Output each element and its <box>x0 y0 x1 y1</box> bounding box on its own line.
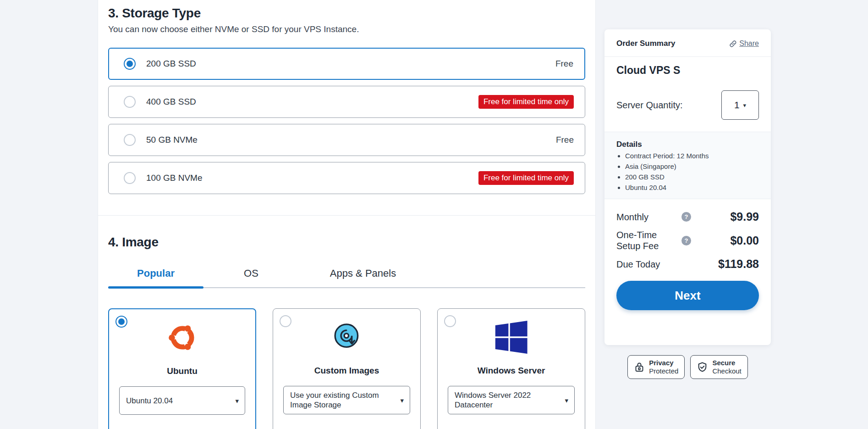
section-divider <box>98 215 595 216</box>
ubuntu-logo-icon <box>109 321 255 355</box>
quantity-label: Server Quantity: <box>616 100 683 111</box>
order-summary-card: Order Summary Share Cloud VPS S Server Q… <box>604 29 771 345</box>
price-row-due-today: Due Today $119.88 <box>616 257 759 271</box>
price-label: One-Time Setup Fee <box>616 229 670 251</box>
custom-image-dropdown[interactable]: Use your existing Custom Image Storage ▾ <box>283 386 410 414</box>
trust-badge-line1: Secure <box>712 359 735 367</box>
storage-option-400gb-ssd[interactable]: 400 GB SSD Free for limited time only <box>108 86 585 118</box>
dropdown-value: Ubuntu 20.04 <box>126 396 173 406</box>
limited-time-badge: Free for limited time only <box>478 95 574 109</box>
server-quantity-select[interactable]: 1 ▾ <box>721 90 759 120</box>
order-summary-title: Order Summary <box>616 39 676 48</box>
price-label: Due Today <box>616 259 670 270</box>
image-card-title: Custom Images <box>273 366 420 376</box>
chevron-down-icon: ▾ <box>743 102 747 109</box>
storage-option-price: Free <box>555 59 573 69</box>
image-section-heading: 4. Image <box>108 234 585 251</box>
quantity-value: 1 <box>734 100 740 111</box>
chevron-down-icon: ▾ <box>565 396 568 405</box>
radio-selected-icon[interactable] <box>115 316 127 328</box>
chevron-down-icon: ▾ <box>235 396 239 406</box>
trust-badge-line1: Privacy <box>649 359 673 367</box>
lock-icon <box>634 362 645 373</box>
trust-badge-line2: Checkout <box>712 367 741 375</box>
price-row-setup-fee: One-Time Setup Fee ? $0.00 <box>616 229 759 251</box>
storage-option-100gb-nvme[interactable]: 100 GB NVMe Free for limited time only <box>108 162 585 194</box>
radio-unselected-icon[interactable] <box>124 96 136 108</box>
help-icon[interactable]: ? <box>681 236 691 245</box>
windows-logo-icon <box>438 321 585 355</box>
tab-apps-panels[interactable]: Apps & Panels <box>299 267 427 287</box>
price-row-monthly: Monthly ? $9.99 <box>616 210 759 223</box>
secure-checkout-badge: Secure Checkout <box>690 355 747 379</box>
price-value: $0.00 <box>730 234 759 247</box>
trust-badge-text: Privacy Protected <box>649 359 678 375</box>
chevron-down-icon: ▾ <box>400 396 404 405</box>
trust-badge-line2: Protected <box>649 367 678 375</box>
limited-time-badge: Free for limited time only <box>478 171 574 185</box>
radio-unselected-icon[interactable] <box>280 315 291 327</box>
custom-images-disc-icon <box>273 321 420 355</box>
details-heading: Details <box>616 140 759 149</box>
ubuntu-version-dropdown[interactable]: Ubuntu 20.04 ▾ <box>119 386 245 415</box>
storage-options: 200 GB SSD Free 400 GB SSD Free for limi… <box>108 48 585 194</box>
details-item: Asia (Singapore) <box>625 162 759 170</box>
radio-unselected-icon[interactable] <box>444 315 456 327</box>
help-icon[interactable]: ? <box>681 212 691 222</box>
image-card-custom-images[interactable]: Custom Images Use your existing Custom I… <box>273 308 421 429</box>
image-card-title: Windows Server <box>438 366 585 376</box>
radio-selected-icon[interactable] <box>124 58 136 70</box>
shield-check-icon <box>697 362 708 373</box>
vps-order-page: { "colors": { "accent_blue": "#1577c8", … <box>0 0 868 429</box>
product-name: Cloud VPS S <box>616 64 759 77</box>
next-button[interactable]: Next <box>616 281 759 310</box>
image-tabs: Popular OS Apps & Panels <box>108 267 585 288</box>
details-list: Contract Period: 12 Months Asia (Singapo… <box>625 152 759 191</box>
tab-os[interactable]: OS <box>203 267 299 287</box>
image-card-title: Ubuntu <box>109 366 255 376</box>
order-summary-header: Order Summary Share <box>604 29 771 57</box>
link-icon <box>729 40 737 48</box>
share-link[interactable]: Share <box>729 39 759 48</box>
details-item: 200 GB SSD <box>625 173 759 181</box>
tab-popular[interactable]: Popular <box>108 267 203 287</box>
storage-section-heading: 3. Storage Type <box>108 5 585 22</box>
price-label: Monthly <box>616 212 670 223</box>
quantity-row: Server Quantity: 1 ▾ <box>616 90 759 132</box>
storage-option-200gb-ssd[interactable]: 200 GB SSD Free <box>108 48 585 80</box>
windows-version-dropdown[interactable]: Windows Server 2022 Datacenter ▾ <box>448 386 575 414</box>
price-value: $9.99 <box>730 210 759 223</box>
share-label: Share <box>739 39 759 48</box>
image-card-windows-server[interactable]: Windows Server Windows Server 2022 Datac… <box>437 308 585 429</box>
storage-option-label: 100 GB NVMe <box>146 173 203 183</box>
privacy-protected-badge: Privacy Protected <box>627 355 685 379</box>
storage-option-price: Free <box>556 135 574 145</box>
trust-badge-text: Secure Checkout <box>712 359 741 375</box>
dropdown-value: Windows Server 2022 Datacenter <box>455 390 557 410</box>
storage-option-label: 200 GB SSD <box>146 59 196 69</box>
details-item: Contract Period: 12 Months <box>625 152 759 160</box>
details-item: Ubuntu 20.04 <box>625 184 759 191</box>
storage-option-label: 400 GB SSD <box>146 97 196 107</box>
details-section: Details Contract Period: 12 Months Asia … <box>604 132 771 199</box>
product-section: Cloud VPS S Server Quantity: 1 ▾ <box>604 57 771 132</box>
image-card-ubuntu[interactable]: Ubuntu Ubuntu 20.04 ▾ <box>108 308 256 429</box>
radio-unselected-icon[interactable] <box>124 172 136 184</box>
storage-option-50gb-nvme[interactable]: 50 GB NVMe Free <box>108 124 585 156</box>
configuration-panel: 3. Storage Type You can now choose eithe… <box>98 0 596 429</box>
storage-option-label: 50 GB NVMe <box>146 135 198 145</box>
radio-unselected-icon[interactable] <box>124 134 136 146</box>
storage-section-subtitle: You can now choose either NVMe or SSD fo… <box>108 23 585 35</box>
price-value: $119.88 <box>718 257 759 271</box>
image-cards: Ubuntu Ubuntu 20.04 ▾ Custom Images Use … <box>108 308 585 429</box>
trust-badges: Privacy Protected Secure Checkout <box>604 355 771 379</box>
pricing-section: Monthly ? $9.99 One-Time Setup Fee ? $0.… <box>604 199 771 271</box>
dropdown-value: Use your existing Custom Image Storage <box>290 390 392 410</box>
